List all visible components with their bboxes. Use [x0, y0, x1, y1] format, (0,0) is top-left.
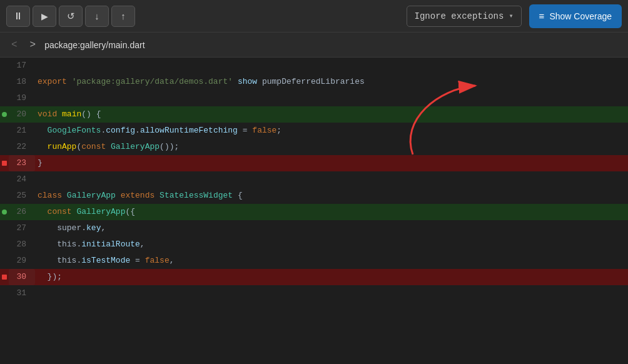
step-into-button[interactable]: ↓ [85, 6, 109, 27]
coverage-red-dot [2, 275, 7, 280]
line-gutter [0, 269, 9, 285]
pause-button[interactable]: ⏸ [6, 6, 30, 27]
line-content: } [35, 155, 628, 171]
table-row: 22 runApp(const GalleryApp()); [0, 139, 628, 155]
line-number: 29 [9, 253, 35, 269]
line-gutter [0, 90, 9, 106]
line-number: 30 [9, 269, 35, 285]
table-row: 30 }); [0, 269, 628, 285]
table-row: 29 this.isTestMode = false, [0, 253, 628, 269]
step-over-icon: ↺ [67, 11, 75, 22]
table-row: 20 void main() { [0, 106, 628, 123]
line-number: 18 [9, 74, 35, 90]
table-row: 23 } [0, 155, 628, 171]
line-content [35, 171, 628, 188]
line-number: 23 [9, 155, 35, 171]
step-into-icon: ↓ [94, 11, 99, 21]
pause-icon: ⏸ [13, 11, 23, 22]
line-gutter [0, 106, 9, 123]
table-row: 19 [0, 90, 628, 106]
exception-dropdown[interactable]: Ignore exceptions ▾ [407, 6, 522, 27]
step-over-button[interactable]: ↺ [59, 6, 83, 27]
line-gutter [0, 188, 9, 204]
line-content [35, 58, 628, 74]
coverage-red-dot [2, 161, 7, 166]
chevron-down-icon: ▾ [509, 11, 513, 21]
toolbar: ⏸ ▶ ↺ ↓ ↑ Ignore exceptions ▾ ≡ Show Cov… [0, 0, 628, 33]
line-gutter [0, 155, 9, 171]
line-gutter [0, 236, 9, 253]
line-number: 19 [9, 90, 35, 106]
table-row: 27 super.key, [0, 220, 628, 236]
file-name: package:gallery/main.dart [44, 40, 144, 50]
show-coverage-button[interactable]: ≡ Show Coverage [529, 4, 622, 28]
line-gutter [0, 171, 9, 188]
line-content: GoogleFonts.config.allowRuntimeFetching … [35, 123, 628, 139]
file-nav-bar: < > package:gallery/main.dart [0, 33, 628, 58]
line-number: 24 [9, 171, 35, 188]
line-content: class GalleryApp extends StatelessWidget… [35, 188, 628, 204]
line-content: super.key, [35, 220, 628, 236]
line-gutter [0, 220, 9, 236]
coverage-list-icon: ≡ [539, 11, 545, 21]
line-content [35, 90, 628, 106]
line-number: 25 [9, 188, 35, 204]
line-number: 27 [9, 220, 35, 236]
table-row: 31 [0, 285, 628, 301]
line-number: 20 [9, 106, 35, 123]
coverage-green-dot [2, 112, 7, 117]
line-content: void main() { [35, 106, 628, 123]
line-content: const GalleryApp({ [35, 204, 628, 220]
line-number: 17 [9, 58, 35, 74]
table-row: 25 class GalleryApp extends StatelessWid… [0, 188, 628, 204]
step-out-icon: ↑ [121, 11, 126, 21]
line-gutter [0, 74, 9, 90]
line-number: 21 [9, 123, 35, 139]
exception-dropdown-label: Ignore exceptions [415, 11, 504, 21]
table-row: 18 export 'package:gallery/data/demos.da… [0, 74, 628, 90]
line-gutter [0, 123, 9, 139]
back-button[interactable]: < [8, 37, 21, 53]
line-gutter [0, 204, 9, 220]
show-coverage-label: Show Coverage [549, 11, 612, 21]
forward-button[interactable]: > [26, 37, 40, 53]
table-row: 26 const GalleryApp({ [0, 204, 628, 220]
line-number: 22 [9, 139, 35, 155]
table-row: 21 GoogleFonts.config.allowRuntimeFetchi… [0, 123, 628, 139]
line-content: runApp(const GalleryApp()); [35, 139, 628, 155]
line-content: this.isTestMode = false, [35, 253, 628, 269]
line-number: 28 [9, 236, 35, 253]
line-content: export 'package:gallery/data/demos.dart'… [35, 74, 628, 90]
line-gutter [0, 253, 9, 269]
line-gutter [0, 139, 9, 155]
line-content: }); [35, 269, 628, 285]
table-row: 24 [0, 171, 628, 188]
line-content: this.initialRoute, [35, 236, 628, 253]
coverage-green-dot [2, 210, 7, 215]
resume-button[interactable]: ▶ [33, 6, 56, 27]
table-row: 17 [0, 58, 628, 74]
table-row: 28 this.initialRoute, [0, 236, 628, 253]
resume-icon: ▶ [41, 11, 48, 21]
line-number: 26 [9, 204, 35, 220]
line-gutter [0, 58, 9, 74]
line-number: 31 [9, 285, 35, 301]
step-out-button[interactable]: ↑ [111, 6, 135, 27]
line-content [35, 285, 628, 301]
line-gutter [0, 285, 9, 301]
code-editor: 17 18 export 'package:gallery/data/demos… [0, 58, 628, 364]
